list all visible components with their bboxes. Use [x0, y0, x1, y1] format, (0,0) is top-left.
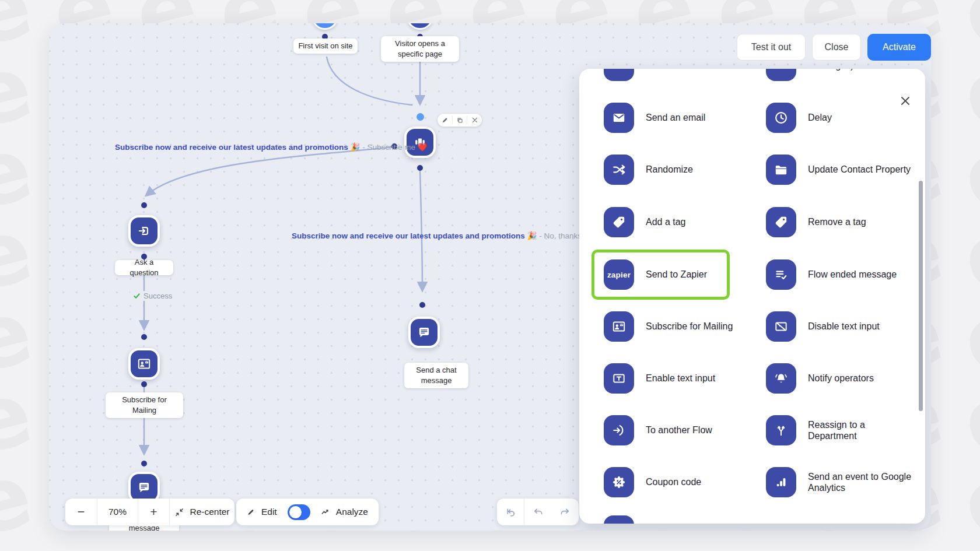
ask-question-icon	[136, 223, 152, 238]
panel-item-label: Disable text input	[808, 321, 916, 332]
trigger-label-text: Visitor opens a specific page	[386, 38, 454, 59]
panel-item-to-another-flow[interactable]: To another Flow	[604, 415, 764, 445]
mode-toolbar: Edit Analyze	[236, 499, 379, 525]
edge-label-subscribe-me[interactable]: Subscribe now and receive our latest upd…	[115, 142, 428, 152]
panel-item-remove-tag[interactable]: Remove a tag	[766, 207, 925, 237]
node-label-text: Send a chat message	[409, 365, 464, 385]
panel-item-enable-text-input[interactable]: Enable text input	[604, 363, 764, 394]
ask-question-label[interactable]: Ask a question	[115, 260, 173, 275]
edge-label-answer: - Subscribe me ❤️	[360, 143, 427, 152]
panel-item-send-to-zapier[interactable]: zapier Send to Zapier	[604, 259, 764, 290]
test-it-out-button[interactable]: Test it out	[737, 34, 806, 61]
flow-canvas[interactable]: First visit on site Visitor opens a spec…	[49, 23, 931, 531]
panel-item-update-contact-property[interactable]: Update Contact Property	[766, 155, 925, 185]
recenter-button[interactable]: Re-center	[169, 499, 235, 525]
history-toolbar	[497, 499, 579, 525]
edit-analyze-toggle[interactable]	[288, 504, 310, 520]
trigger-label-text: First visit on site	[298, 41, 352, 51]
check-icon	[133, 292, 141, 300]
panel-item-label: Send to Zapier	[646, 269, 754, 280]
tag-icon	[766, 207, 796, 237]
another-flow-icon	[604, 415, 634, 445]
success-branch-label[interactable]: Success	[130, 291, 175, 301]
toggle-knob	[289, 506, 302, 518]
trigger-label-page-visit[interactable]: Visitor opens a specific page	[381, 36, 459, 62]
port-dot	[419, 302, 425, 308]
subscribe-mailing-icon	[604, 311, 634, 342]
trigger-node-first-visit[interactable]	[312, 23, 338, 30]
ask-question-node[interactable]	[128, 215, 160, 247]
shuffle-icon	[604, 155, 634, 185]
panel-item-label: Coupon code	[646, 476, 754, 487]
panel-item-disable-text-input[interactable]: Disable text input	[766, 311, 925, 342]
delete-node-icon[interactable]	[467, 116, 482, 124]
subscribe-mailing-label[interactable]: Subscribe for Mailing	[106, 392, 183, 418]
panel-item-label: Randomize	[646, 164, 754, 175]
panel-item-label: Flow ended message	[808, 269, 916, 280]
zoom-in-button[interactable]: +	[138, 499, 169, 525]
delay-clock-icon	[766, 103, 796, 133]
action-icon	[604, 515, 634, 524]
panel-item-messages-partial[interactable]: Messages)	[766, 69, 925, 81]
chat-message-node-mid[interactable]	[408, 317, 440, 348]
disable-text-input-icon	[766, 311, 796, 342]
redo-button[interactable]	[551, 499, 579, 525]
duplicate-node-icon[interactable]	[452, 116, 467, 124]
flow-ended-icon	[766, 259, 796, 290]
revert-button[interactable]	[497, 499, 524, 525]
analyze-chart-icon	[321, 507, 330, 517]
node-actions-toolbar	[438, 114, 482, 127]
trigger-label-first-visit[interactable]: First visit on site	[293, 38, 358, 54]
port-dot-active	[416, 113, 424, 121]
panel-item-coupon-code[interactable]: Coupon code	[604, 467, 764, 497]
bell-icon	[766, 363, 796, 394]
chat-icon	[416, 325, 432, 340]
close-button[interactable]: Close	[812, 34, 861, 61]
panel-item-label: Remove a tag	[808, 216, 916, 227]
success-text: Success	[144, 292, 172, 300]
port-dot	[141, 202, 147, 208]
undo-icon	[533, 507, 544, 518]
panel-item-send-email[interactable]: Send an email	[604, 103, 764, 133]
panel-item-add-tag[interactable]: Add a tag	[604, 207, 764, 237]
edit-mode-label[interactable]: Edit	[261, 507, 277, 517]
subscribe-mailing-node[interactable]	[128, 348, 160, 380]
zapier-icon: zapier	[604, 259, 634, 290]
button-label: Test it out	[751, 42, 791, 52]
panel-item-modal-partial[interactable]: modal	[604, 69, 764, 81]
zoom-out-button[interactable]: −	[65, 499, 97, 525]
enable-text-input-icon	[604, 363, 634, 394]
zoom-level-display: 70%	[97, 499, 138, 525]
panel-item-bottom-partial[interactable]	[604, 515, 764, 524]
panel-item-label: Reassign to a Department	[808, 419, 916, 441]
redo-icon	[559, 507, 570, 518]
port-dot	[141, 461, 147, 466]
subscribe-mailing-icon	[136, 356, 152, 371]
edit-node-icon[interactable]	[438, 116, 452, 124]
analyze-mode-label[interactable]: Analyze	[336, 507, 368, 517]
undo-button[interactable]	[524, 499, 551, 525]
port-dot	[417, 165, 423, 171]
panel-item-notify-operators[interactable]: Notify operators	[766, 363, 925, 394]
panel-item-label: Subscribe for Mailing	[646, 321, 754, 332]
trigger-node-page-visit[interactable]	[407, 23, 433, 30]
panel-item-label: modal	[646, 69, 754, 72]
panel-scrollbar-thumb[interactable]	[919, 181, 923, 411]
tag-icon	[604, 207, 634, 237]
panel-item-subscribe-for-mailing[interactable]: Subscribe for Mailing	[604, 311, 764, 342]
reassign-branch-icon	[766, 415, 796, 445]
activate-button[interactable]: Activate	[867, 34, 931, 61]
panel-item-reassign-department[interactable]: Reassign to a Department	[766, 415, 925, 445]
panel-item-label: Send an email	[646, 112, 754, 123]
panel-item-flow-ended-message[interactable]: Flow ended message	[766, 259, 925, 290]
edge-label-answer: - No, thanks	[537, 231, 582, 240]
panel-item-google-analytics[interactable]: Send an event to Google Analytics	[766, 467, 925, 497]
edge-label-no-thanks[interactable]: Subscribe now and receive our latest upd…	[292, 231, 582, 240]
email-icon	[604, 103, 634, 133]
panel-item-label: Update Contact Property	[808, 164, 916, 175]
panel-close-button[interactable]	[900, 95, 912, 108]
panel-item-label: Send an event to Google Analytics	[808, 471, 916, 493]
panel-item-randomize[interactable]: Randomize	[604, 155, 764, 185]
panel-item-label: Delay	[808, 112, 916, 123]
chat-message-label-mid[interactable]: Send a chat message	[404, 363, 468, 388]
